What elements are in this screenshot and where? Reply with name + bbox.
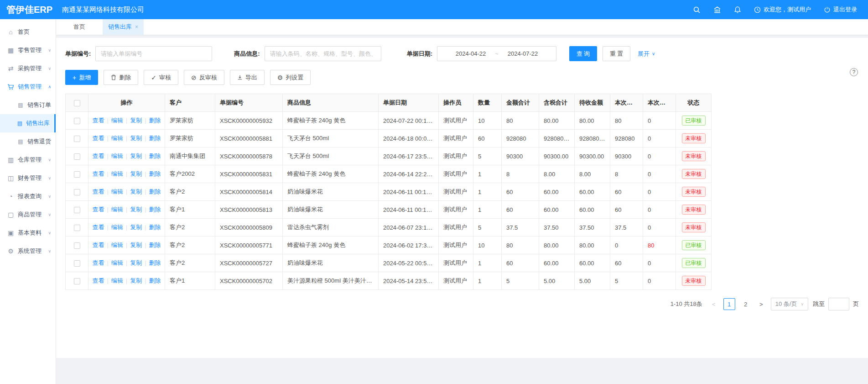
- welcome-user[interactable]: 欢迎您，测试用户: [754, 5, 811, 14]
- bill-no-input[interactable]: [95, 46, 212, 61]
- select-all-checkbox[interactable]: [74, 100, 80, 106]
- prev-page-button[interactable]: <: [709, 301, 719, 308]
- product-info-input[interactable]: [265, 46, 381, 61]
- date-range-picker[interactable]: 2024-04-22 ~ 2024-07-22: [437, 46, 556, 61]
- reset-button[interactable]: 重置: [603, 46, 630, 61]
- page-1-button[interactable]: 1: [723, 298, 735, 310]
- sidebar-item-label: 采购管理: [18, 64, 42, 73]
- view-link[interactable]: 查看: [92, 224, 104, 231]
- sidebar-item-product[interactable]: ▢ 商品管理 ∨: [0, 205, 56, 224]
- view-link[interactable]: 查看: [92, 277, 104, 284]
- row-checkbox[interactable]: [74, 225, 80, 231]
- audit-button[interactable]: ✓ 审核: [144, 70, 178, 85]
- sidebar-item-purchase[interactable]: ⇄ 采购管理 ∨: [0, 59, 56, 78]
- date-cell: 2024-06-14 22:24:51: [379, 165, 439, 183]
- delete-link[interactable]: 删除: [149, 277, 161, 284]
- sidebar-item-retail[interactable]: ▦ 零售管理 ∨: [0, 41, 56, 59]
- search-button[interactable]: 查询: [569, 46, 597, 61]
- sidebar-item-sales-outbound[interactable]: ▤ 销售出库: [0, 114, 56, 132]
- row-checkbox[interactable]: [74, 189, 80, 195]
- unaudit-button[interactable]: ⊘ 反审核: [184, 70, 224, 85]
- sidebar-item-report[interactable]: ◔ 报表查询 ∨: [0, 187, 56, 205]
- export-button[interactable]: 导出: [230, 70, 265, 85]
- welcome-text: 欢迎您，测试用户: [764, 5, 811, 14]
- copy-link[interactable]: 复制: [130, 135, 142, 142]
- row-checkbox[interactable]: [74, 118, 80, 124]
- sidebar-item-finance[interactable]: ◫ 财务管理 ∨: [0, 169, 56, 187]
- delete-link[interactable]: 删除: [149, 188, 161, 195]
- delete-link[interactable]: 删除: [149, 259, 161, 266]
- delete-button[interactable]: 删除: [104, 70, 138, 85]
- page-size-select[interactable]: 10 条/页 ∨: [771, 298, 808, 310]
- row-checkbox[interactable]: [74, 171, 80, 178]
- sidebar-item-basic-data[interactable]: ▣ 基本资料 ∨: [0, 224, 56, 242]
- actions-cell: 查看|编辑|复制|删除: [88, 112, 165, 130]
- sidebar-item-sales-order[interactable]: ▤ 销售订单: [0, 96, 56, 114]
- delete-link[interactable]: 删除: [149, 117, 161, 124]
- tab-home[interactable]: 首页: [71, 19, 88, 35]
- edit-link[interactable]: 编辑: [111, 224, 123, 231]
- edit-link[interactable]: 编辑: [111, 206, 123, 213]
- edit-link[interactable]: 编辑: [111, 117, 123, 124]
- sidebar-item-warehouse[interactable]: ▥ 仓库管理 ∨: [0, 151, 56, 169]
- edit-link[interactable]: 编辑: [111, 188, 123, 195]
- row-checkbox[interactable]: [74, 207, 80, 213]
- row-checkbox[interactable]: [74, 260, 80, 267]
- add-button[interactable]: + 新增: [65, 70, 98, 85]
- view-link[interactable]: 查看: [92, 117, 104, 124]
- delete-link[interactable]: 删除: [149, 206, 161, 213]
- date-start[interactable]: 2024-04-22: [456, 50, 486, 57]
- view-link[interactable]: 查看: [92, 259, 104, 266]
- view-link[interactable]: 查看: [92, 206, 104, 213]
- view-link[interactable]: 查看: [92, 188, 104, 195]
- row-checkbox[interactable]: [74, 242, 80, 249]
- delete-link[interactable]: 删除: [149, 242, 161, 248]
- copy-link[interactable]: 复制: [130, 259, 142, 266]
- view-link[interactable]: 查看: [92, 242, 104, 248]
- bell-icon[interactable]: [734, 6, 741, 14]
- product-cell: 飞天茅台 500ml: [283, 147, 379, 165]
- logout-link[interactable]: 退出登录: [824, 5, 857, 14]
- view-link[interactable]: 查看: [92, 135, 104, 142]
- sidebar-item-home[interactable]: ⌂ 首页: [0, 23, 56, 41]
- copy-link[interactable]: 复制: [130, 242, 142, 248]
- copy-link[interactable]: 复制: [130, 153, 142, 159]
- column-settings-button[interactable]: ⚙ 列设置: [270, 70, 311, 85]
- delete-link[interactable]: 删除: [149, 170, 161, 177]
- chevron-down-icon: ∨: [48, 48, 51, 53]
- bank-icon[interactable]: [713, 6, 721, 14]
- edit-link[interactable]: 编辑: [111, 277, 123, 284]
- row-checkbox[interactable]: [74, 153, 80, 160]
- help-icon[interactable]: ?: [850, 68, 858, 76]
- copy-link[interactable]: 复制: [130, 170, 142, 177]
- edit-link[interactable]: 编辑: [111, 242, 123, 248]
- next-page-button[interactable]: >: [756, 301, 766, 308]
- row-checkbox[interactable]: [74, 278, 80, 284]
- copy-link[interactable]: 复制: [130, 188, 142, 195]
- page-2-button[interactable]: 2: [740, 298, 752, 310]
- sidebar-item-system[interactable]: ⚙ 系统管理 ∨: [0, 242, 56, 260]
- expand-link[interactable]: 展开 ∨: [638, 50, 655, 58]
- copy-link[interactable]: 复制: [130, 224, 142, 231]
- sidebar-item-sales-return[interactable]: ▤ 销售退货: [0, 132, 56, 151]
- search-icon[interactable]: [693, 6, 701, 14]
- jump-page-input[interactable]: [828, 298, 849, 310]
- delete-link[interactable]: 删除: [149, 135, 161, 142]
- delete-link[interactable]: 删除: [149, 153, 161, 159]
- delete-link[interactable]: 删除: [149, 224, 161, 231]
- sidebar-item-sales[interactable]: 销售管理 ∧: [0, 78, 56, 96]
- copy-link[interactable]: 复制: [130, 117, 142, 124]
- edit-link[interactable]: 编辑: [111, 153, 123, 159]
- view-link[interactable]: 查看: [92, 170, 104, 177]
- edit-link[interactable]: 编辑: [111, 135, 123, 142]
- edit-link[interactable]: 编辑: [111, 170, 123, 177]
- row-checkbox[interactable]: [74, 136, 80, 142]
- close-icon[interactable]: ×: [135, 24, 138, 30]
- copy-link[interactable]: 复制: [130, 277, 142, 284]
- received-cell: 60: [610, 254, 643, 272]
- edit-link[interactable]: 编辑: [111, 259, 123, 266]
- tab-sales-outbound[interactable]: 销售出库 ×: [103, 19, 144, 35]
- copy-link[interactable]: 复制: [130, 206, 142, 213]
- date-end[interactable]: 2024-07-22: [508, 50, 538, 57]
- view-link[interactable]: 查看: [92, 153, 104, 159]
